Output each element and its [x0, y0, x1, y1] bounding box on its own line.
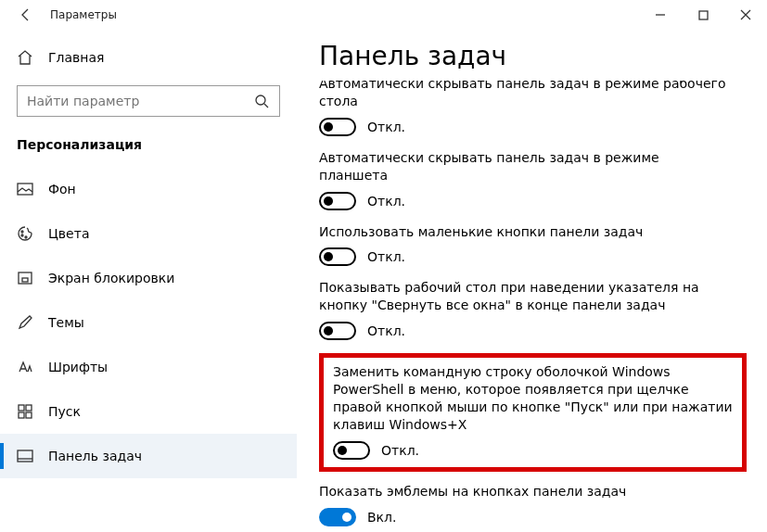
minimize-button[interactable] — [639, 0, 682, 30]
picture-icon — [17, 181, 33, 197]
setting-label: Заменить командную строку оболочкой Wind… — [333, 363, 733, 434]
toggle-switch[interactable] — [319, 322, 356, 340]
setting-peek-desktop: Показывать рабочий стол при наведении ук… — [319, 279, 767, 340]
svg-rect-12 — [18, 450, 32, 462]
home-button[interactable]: Главная — [0, 39, 297, 76]
nav-label: Фон — [48, 182, 76, 196]
sidebar-item-start[interactable]: Пуск — [0, 389, 297, 434]
sidebar-item-fonts[interactable]: Шрифты — [0, 345, 297, 389]
close-button[interactable] — [724, 0, 767, 30]
setting-label: Автоматически скрывать панель задач в ре… — [319, 149, 730, 184]
window-controls — [639, 0, 767, 30]
svg-rect-10 — [19, 412, 24, 418]
setting-label: Показывать рабочий стол при наведении ук… — [319, 279, 730, 314]
setting-badges: Показать эмблемы на кнопках панели задач… — [319, 483, 767, 526]
nav-label: Цвета — [48, 226, 89, 241]
toggle-switch[interactable] — [319, 508, 356, 526]
svg-rect-7 — [22, 278, 28, 282]
back-button[interactable] — [15, 4, 37, 26]
highlighted-setting: Заменить командную строку оболочкой Wind… — [319, 353, 747, 472]
sidebar-item-colors[interactable]: Цвета — [0, 211, 297, 256]
titlebar: Параметры — [0, 0, 767, 30]
toggle-switch[interactable] — [333, 441, 370, 460]
setting-label: Автоматически скрывать панель задач в ре… — [319, 81, 730, 110]
taskbar-icon — [17, 448, 33, 464]
toggle-switch[interactable] — [319, 192, 356, 210]
toggle-state: Откл. — [367, 323, 405, 338]
nav-label: Экран блокировки — [48, 271, 174, 285]
svg-rect-9 — [26, 405, 32, 411]
svg-point-1 — [256, 95, 265, 105]
sidebar-item-background[interactable]: Фон — [0, 167, 297, 211]
svg-point-5 — [25, 236, 27, 238]
toggle-state: Откл. — [367, 194, 405, 209]
lockscreen-icon — [17, 270, 33, 286]
setting-small-buttons: Использовать маленькие кнопки панели зад… — [319, 223, 767, 267]
search-input[interactable] — [27, 94, 253, 108]
toggle-state: Откл. — [367, 120, 405, 134]
svg-rect-0 — [699, 11, 708, 19]
sidebar-item-themes[interactable]: Темы — [0, 300, 297, 345]
toggle-switch[interactable] — [319, 118, 356, 136]
home-icon — [17, 49, 33, 66]
sidebar: Главная Персонализация Фон Цвета Экран б — [0, 30, 297, 532]
toggle-state: Откл. — [367, 249, 405, 264]
nav-label: Темы — [48, 315, 84, 330]
toggle-switch[interactable] — [319, 247, 356, 266]
window-title: Параметры — [50, 8, 117, 21]
search-icon — [253, 93, 270, 109]
svg-rect-11 — [26, 412, 32, 418]
font-icon — [17, 359, 33, 375]
home-label: Главная — [48, 50, 104, 65]
sidebar-item-taskbar[interactable]: Панель задач — [0, 434, 297, 478]
search-box[interactable] — [17, 85, 280, 117]
page-title: Панель задач — [319, 41, 767, 71]
setting-label: Показать эмблемы на кнопках панели задач — [319, 483, 730, 500]
setting-autohide-desktop: Автоматически скрывать панель задач в ре… — [319, 81, 767, 136]
toggle-state: Откл. — [381, 443, 419, 458]
toggle-state: Вкл. — [367, 510, 396, 525]
maximize-button[interactable] — [682, 0, 724, 30]
svg-rect-2 — [18, 184, 32, 195]
start-icon — [17, 403, 33, 420]
nav-list: Фон Цвета Экран блокировки Темы Шрифты — [0, 167, 297, 478]
brush-icon — [17, 314, 33, 331]
nav-label: Пуск — [48, 404, 81, 419]
category-label: Персонализация — [0, 130, 297, 167]
setting-autohide-tablet: Автоматически скрывать панель задач в ре… — [319, 149, 767, 210]
content: Панель задач Автоматически скрывать пане… — [297, 30, 767, 532]
nav-label: Шрифты — [48, 360, 108, 374]
sidebar-item-lockscreen[interactable]: Экран блокировки — [0, 256, 297, 300]
svg-point-3 — [21, 231, 23, 233]
svg-point-4 — [21, 234, 23, 236]
palette-icon — [17, 225, 33, 242]
setting-label: Использовать маленькие кнопки панели зад… — [319, 223, 730, 241]
nav-label: Панель задач — [48, 449, 142, 463]
svg-rect-8 — [19, 405, 24, 411]
